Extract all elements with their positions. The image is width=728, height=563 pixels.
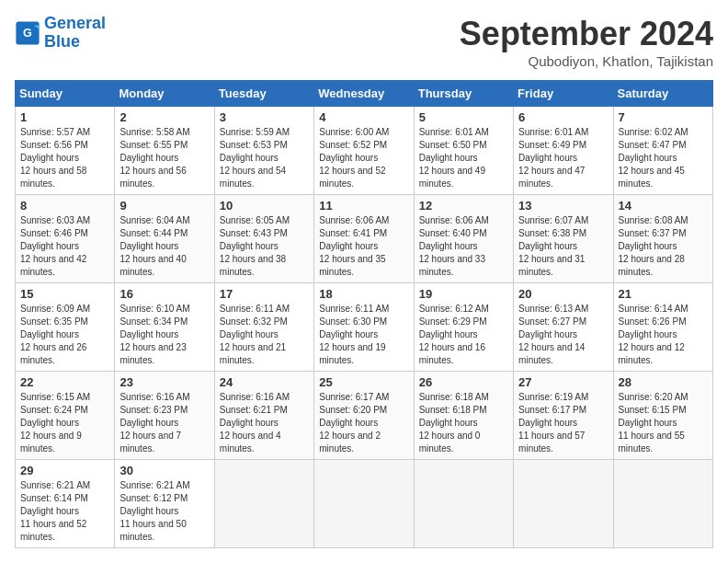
week-row-5: 29 Sunrise: 6:21 AMSunset: 6:14 PMDaylig… [16, 460, 713, 548]
week-row-4: 22 Sunrise: 6:15 AMSunset: 6:24 PMDaylig… [16, 372, 713, 460]
calendar-cell: 11 Sunrise: 6:06 AMSunset: 6:41 PMDaylig… [314, 195, 414, 283]
day-header-monday: Monday [115, 81, 214, 107]
header-row: SundayMondayTuesdayWednesdayThursdayFrid… [16, 81, 713, 107]
calendar-cell: 2 Sunrise: 5:58 AMSunset: 6:55 PMDayligh… [115, 107, 214, 195]
cell-content: Sunrise: 6:01 AMSunset: 6:50 PMDaylight … [419, 127, 489, 189]
header: G General Blue September 2024 Qubodiyon,… [15, 15, 713, 69]
day-number: 1 [20, 110, 109, 124]
cell-content: Sunrise: 6:20 AMSunset: 6:15 PMDaylight … [619, 392, 688, 454]
week-row-1: 1 Sunrise: 5:57 AMSunset: 6:56 PMDayligh… [16, 107, 713, 195]
cell-content: Sunrise: 5:58 AMSunset: 6:55 PMDaylight … [119, 127, 189, 189]
calendar-cell: 15 Sunrise: 6:09 AMSunset: 6:35 PMDaylig… [16, 283, 115, 372]
calendar-table: SundayMondayTuesdayWednesdayThursdayFrid… [15, 80, 713, 548]
calendar-cell: 8 Sunrise: 6:03 AMSunset: 6:46 PMDayligh… [16, 195, 115, 283]
calendar-cell: 7 Sunrise: 6:02 AMSunset: 6:47 PMDayligh… [613, 107, 712, 195]
calendar-cell: 4 Sunrise: 6:00 AMSunset: 6:52 PMDayligh… [314, 107, 414, 195]
calendar-cell: 12 Sunrise: 6:06 AMSunset: 6:40 PMDaylig… [414, 195, 513, 283]
cell-content: Sunrise: 6:15 AMSunset: 6:24 PMDaylight … [20, 392, 90, 454]
calendar-cell: 24 Sunrise: 6:16 AMSunset: 6:21 PMDaylig… [214, 372, 313, 460]
day-number: 22 [20, 375, 109, 389]
day-number: 9 [119, 199, 209, 213]
cell-content: Sunrise: 6:21 AMSunset: 6:14 PMDaylight … [20, 480, 90, 542]
calendar-cell [613, 460, 712, 548]
calendar-cell: 21 Sunrise: 6:14 AMSunset: 6:26 PMDaylig… [613, 283, 712, 372]
day-header-sunday: Sunday [16, 81, 115, 107]
calendar-cell: 17 Sunrise: 6:11 AMSunset: 6:32 PMDaylig… [214, 283, 313, 372]
cell-content: Sunrise: 6:03 AMSunset: 6:46 PMDaylight … [20, 215, 90, 277]
calendar-cell: 10 Sunrise: 6:05 AMSunset: 6:43 PMDaylig… [214, 195, 313, 283]
cell-content: Sunrise: 6:16 AMSunset: 6:23 PMDaylight … [119, 392, 189, 454]
day-number: 6 [518, 110, 608, 124]
day-number: 17 [220, 287, 309, 301]
cell-content: Sunrise: 5:59 AMSunset: 6:53 PMDaylight … [220, 127, 290, 189]
calendar-cell: 9 Sunrise: 6:04 AMSunset: 6:44 PMDayligh… [115, 195, 214, 283]
day-number: 12 [419, 199, 508, 213]
day-header-thursday: Thursday [414, 81, 513, 107]
cell-content: Sunrise: 6:05 AMSunset: 6:43 PMDaylight … [220, 215, 290, 277]
calendar-cell: 18 Sunrise: 6:11 AMSunset: 6:30 PMDaylig… [314, 283, 414, 372]
cell-content: Sunrise: 6:11 AMSunset: 6:32 PMDaylight … [220, 304, 290, 365]
day-number: 25 [319, 375, 408, 389]
day-number: 26 [419, 375, 508, 389]
cell-content: Sunrise: 6:14 AMSunset: 6:26 PMDaylight … [619, 304, 688, 365]
day-number: 10 [220, 199, 309, 213]
day-header-friday: Friday [514, 81, 613, 107]
cell-content: Sunrise: 6:06 AMSunset: 6:40 PMDaylight … [419, 215, 489, 277]
cell-content: Sunrise: 6:08 AMSunset: 6:37 PMDaylight … [619, 215, 688, 277]
day-number: 24 [220, 375, 309, 389]
calendar-cell: 26 Sunrise: 6:18 AMSunset: 6:18 PMDaylig… [414, 372, 513, 460]
calendar-cell: 16 Sunrise: 6:10 AMSunset: 6:34 PMDaylig… [115, 283, 214, 372]
day-number: 13 [518, 199, 608, 213]
calendar-cell: 3 Sunrise: 5:59 AMSunset: 6:53 PMDayligh… [214, 107, 313, 195]
calendar-cell: 20 Sunrise: 6:13 AMSunset: 6:27 PMDaylig… [514, 283, 613, 372]
week-row-3: 15 Sunrise: 6:09 AMSunset: 6:35 PMDaylig… [16, 283, 713, 372]
cell-content: Sunrise: 6:12 AMSunset: 6:29 PMDaylight … [419, 304, 489, 365]
cell-content: Sunrise: 6:01 AMSunset: 6:49 PMDaylight … [518, 127, 588, 189]
day-number: 30 [119, 464, 209, 477]
logo-blue: Blue [44, 32, 80, 51]
calendar-cell [214, 460, 313, 548]
calendar-cell [414, 460, 513, 548]
calendar-cell: 25 Sunrise: 6:17 AMSunset: 6:20 PMDaylig… [314, 372, 414, 460]
day-number: 19 [419, 287, 508, 301]
location: Qubodiyon, Khatlon, Tajikistan [460, 53, 713, 69]
calendar-cell: 14 Sunrise: 6:08 AMSunset: 6:37 PMDaylig… [613, 195, 712, 283]
calendar-cell: 13 Sunrise: 6:07 AMSunset: 6:38 PMDaylig… [514, 195, 613, 283]
day-number: 5 [419, 110, 508, 124]
day-number: 14 [619, 199, 708, 213]
cell-content: Sunrise: 6:00 AMSunset: 6:52 PMDaylight … [319, 127, 389, 189]
day-header-saturday: Saturday [613, 81, 712, 107]
day-number: 29 [20, 464, 109, 477]
calendar-cell: 29 Sunrise: 6:21 AMSunset: 6:14 PMDaylig… [16, 460, 115, 548]
day-number: 15 [20, 287, 109, 301]
calendar-cell: 28 Sunrise: 6:20 AMSunset: 6:15 PMDaylig… [613, 372, 712, 460]
calendar-cell: 23 Sunrise: 6:16 AMSunset: 6:23 PMDaylig… [115, 372, 214, 460]
month-title: September 2024 [460, 15, 713, 53]
calendar-cell: 5 Sunrise: 6:01 AMSunset: 6:50 PMDayligh… [414, 107, 513, 195]
day-number: 11 [319, 199, 408, 213]
cell-content: Sunrise: 6:17 AMSunset: 6:20 PMDaylight … [319, 392, 389, 454]
cell-content: Sunrise: 6:21 AMSunset: 6:12 PMDaylight … [119, 480, 189, 542]
cell-content: Sunrise: 6:04 AMSunset: 6:44 PMDaylight … [119, 215, 189, 277]
day-number: 18 [319, 287, 408, 301]
calendar-cell [514, 460, 613, 548]
day-number: 2 [119, 110, 209, 124]
cell-content: Sunrise: 6:09 AMSunset: 6:35 PMDaylight … [20, 304, 90, 365]
cell-content: Sunrise: 6:02 AMSunset: 6:47 PMDaylight … [619, 127, 688, 189]
logo-general: General [44, 14, 106, 32]
cell-content: Sunrise: 6:13 AMSunset: 6:27 PMDaylight … [518, 304, 588, 365]
calendar-cell: 22 Sunrise: 6:15 AMSunset: 6:24 PMDaylig… [16, 372, 115, 460]
calendar-cell [314, 460, 414, 548]
cell-content: Sunrise: 5:57 AMSunset: 6:56 PMDaylight … [20, 127, 90, 189]
day-number: 4 [319, 110, 408, 124]
logo: G General Blue [15, 15, 106, 52]
day-header-wednesday: Wednesday [314, 81, 414, 107]
logo-icon: G [15, 20, 40, 46]
cell-content: Sunrise: 6:19 AMSunset: 6:17 PMDaylight … [518, 392, 588, 454]
day-number: 3 [220, 110, 309, 124]
title-area: September 2024 Qubodiyon, Khatlon, Tajik… [460, 15, 713, 69]
cell-content: Sunrise: 6:18 AMSunset: 6:18 PMDaylight … [419, 392, 489, 454]
day-number: 8 [20, 199, 109, 213]
day-header-tuesday: Tuesday [214, 81, 313, 107]
svg-text:G: G [23, 27, 32, 40]
